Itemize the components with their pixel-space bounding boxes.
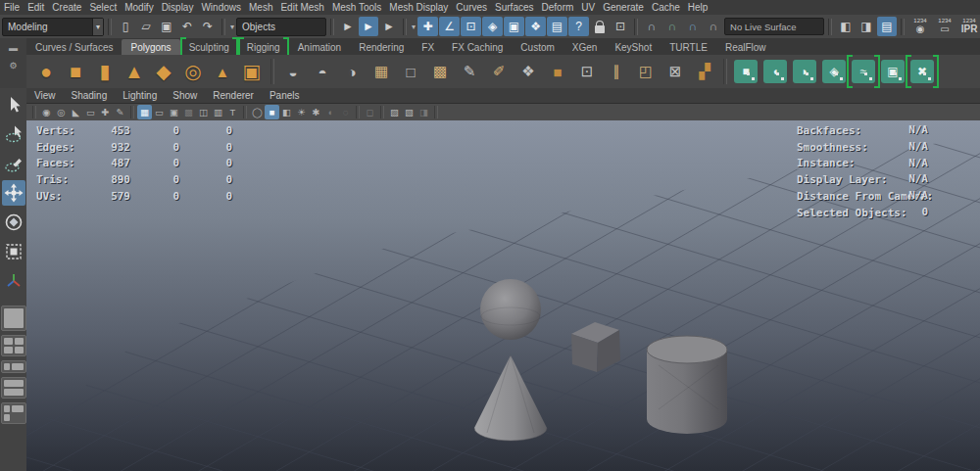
lattice-icon[interactable]: ⊠ bbox=[662, 57, 689, 86]
panel-menu-lighting[interactable]: Lighting bbox=[115, 90, 165, 101]
snap-to-grids-icon[interactable]: ✚ bbox=[417, 17, 438, 36]
exposure-icon[interactable]: ◨ bbox=[416, 105, 431, 119]
reduce-icon[interactable]: ▩ bbox=[426, 57, 454, 86]
shelf-tab-keyshot[interactable]: KeyShot bbox=[606, 39, 661, 55]
redo-icon[interactable]: ↷ bbox=[198, 17, 218, 36]
two-d-pan-zoom-icon[interactable]: ✚ bbox=[98, 105, 113, 119]
edit-cube-icon[interactable]: ■ bbox=[544, 57, 571, 86]
two-pane-side-layout[interactable] bbox=[1, 360, 26, 373]
help-icon[interactable]: ? bbox=[568, 17, 589, 36]
bookmark-icon[interactable]: ◣ bbox=[69, 105, 83, 119]
menu-file[interactable]: File bbox=[0, 2, 24, 13]
menu-set-selector[interactable]: Modeling ▾ bbox=[2, 18, 104, 36]
film-gate-icon[interactable]: ▭ bbox=[152, 105, 167, 119]
smooth-icon[interactable]: ▦ bbox=[368, 57, 395, 86]
menu-uv[interactable]: UV bbox=[577, 2, 599, 13]
poly-sphere-icon[interactable]: ● bbox=[32, 57, 60, 86]
separate-icon[interactable]: ◓ bbox=[309, 57, 336, 86]
menu-mesh-tools[interactable]: Mesh Tools bbox=[328, 2, 385, 13]
isolate-select-icon[interactable]: ◻ bbox=[363, 105, 377, 119]
select-hierarchy-icon[interactable]: ► bbox=[338, 17, 358, 36]
scene-sphere[interactable] bbox=[480, 279, 541, 340]
poly-pipe-icon[interactable]: ▣ bbox=[238, 57, 266, 86]
new-scene-icon[interactable]: ▯ bbox=[116, 17, 135, 36]
safe-title-icon[interactable]: T bbox=[225, 105, 240, 119]
shelf-tab-fx[interactable]: FX bbox=[413, 39, 443, 55]
menu-edit-mesh[interactable]: Edit Mesh bbox=[276, 2, 327, 13]
bridge-icon[interactable]: ∥ bbox=[603, 57, 630, 86]
live-surface-field[interactable]: No Live Surface bbox=[724, 18, 824, 35]
menu-curves[interactable]: Curves bbox=[452, 2, 491, 13]
grease-pencil-icon[interactable]: ✎ bbox=[113, 105, 127, 119]
chevron-down-icon[interactable]: ▾ bbox=[230, 23, 234, 31]
render-view-icon[interactable]: 1234◉ bbox=[908, 16, 932, 37]
quad-draw-icon[interactable]: ✐ bbox=[485, 57, 513, 86]
input-line-icon[interactable]: ▤ bbox=[547, 17, 567, 36]
select-objects-icon[interactable]: ► bbox=[359, 17, 378, 36]
resolution-gate-icon[interactable]: ▣ bbox=[167, 105, 181, 119]
shelf-menu-icon[interactable]: ▬ bbox=[9, 44, 18, 53]
menu-help[interactable]: Help bbox=[684, 2, 712, 13]
snap-to-curves-icon[interactable]: ∠ bbox=[439, 17, 460, 36]
textured-icon[interactable]: ◧ bbox=[279, 105, 294, 119]
xray-joints-icon[interactable]: ▧ bbox=[402, 105, 416, 119]
motion-blur-icon[interactable]: ◌ bbox=[338, 105, 353, 119]
symmetry-icon[interactable]: ❖ bbox=[525, 17, 546, 36]
menu-windows[interactable]: Windows bbox=[197, 2, 245, 13]
shelf-tab-rigging[interactable]: Rigging bbox=[238, 39, 289, 55]
menu-select[interactable]: Select bbox=[85, 2, 121, 13]
shelf-tab-realflow[interactable]: RealFlow bbox=[716, 39, 775, 55]
panel-menu-view[interactable]: View bbox=[26, 90, 64, 101]
viewport-canvas[interactable]: Verts:45300Edges:93200Faces:48700Tris:89… bbox=[26, 120, 980, 471]
mirror-icon[interactable]: ◑ bbox=[338, 57, 366, 86]
sculpt-tool-icon[interactable]: ■ bbox=[732, 57, 760, 86]
poly-cone-icon[interactable]: ▲ bbox=[121, 57, 148, 86]
menu-create[interactable]: Create bbox=[48, 2, 85, 13]
poly-plane-icon[interactable]: ◆ bbox=[150, 57, 177, 86]
xray-icon[interactable]: ▨ bbox=[387, 105, 402, 119]
make-live-icon[interactable]: ▣ bbox=[504, 17, 524, 36]
menu-cache[interactable]: Cache bbox=[648, 2, 684, 13]
undo-icon[interactable]: ↶ bbox=[177, 17, 197, 36]
lock-icon[interactable] bbox=[590, 17, 610, 36]
shelf-tab-rendering[interactable]: Rendering bbox=[350, 39, 413, 55]
ambient-occlusion-icon[interactable]: ◐ bbox=[323, 105, 338, 119]
menu-deform[interactable]: Deform bbox=[538, 2, 578, 13]
open-scene-icon[interactable]: ▱ bbox=[136, 17, 156, 36]
sculpt-stamp-icon[interactable]: ▣ bbox=[879, 57, 906, 86]
soft-select-icon[interactable]: ∩ bbox=[662, 17, 682, 36]
multi-cut-icon[interactable]: ✎ bbox=[456, 57, 483, 86]
shelf-tab-polygons[interactable]: Polygons bbox=[122, 39, 179, 55]
menu-surfaces[interactable]: Surfaces bbox=[491, 2, 537, 13]
scene-cylinder[interactable] bbox=[647, 336, 727, 434]
channel-box-toggle-icon[interactable]: ▤ bbox=[877, 17, 897, 36]
image-plane-icon[interactable]: ▭ bbox=[83, 105, 98, 119]
panel-menu-shading[interactable]: Shading bbox=[64, 90, 116, 101]
shelf-tab-xgen[interactable]: XGen bbox=[564, 39, 607, 55]
menu-mesh-display[interactable]: Mesh Display bbox=[385, 2, 452, 13]
menu-modify[interactable]: Modify bbox=[121, 2, 157, 13]
combine-icon[interactable]: ◒ bbox=[279, 57, 307, 86]
scale-tool[interactable] bbox=[2, 239, 25, 264]
target-weld-icon[interactable]: ⊡ bbox=[573, 57, 601, 86]
tool-axis-indicator[interactable] bbox=[2, 268, 25, 294]
scene-cube[interactable] bbox=[571, 322, 620, 372]
rotate-tool[interactable] bbox=[2, 210, 25, 235]
panel-menu-renderer[interactable]: Renderer bbox=[205, 90, 262, 101]
paint-select-tool[interactable] bbox=[2, 151, 25, 176]
magnet-off-icon[interactable]: ∩ bbox=[704, 17, 723, 36]
shelf-tab-fx-caching[interactable]: FX Caching bbox=[443, 39, 512, 55]
snap-to-points-icon[interactable]: ⊡ bbox=[461, 17, 481, 36]
subdiv-proxy-icon[interactable]: □ bbox=[397, 57, 424, 86]
four-pane-layout[interactable] bbox=[1, 335, 26, 356]
camera-attributes-icon[interactable]: ◎ bbox=[54, 105, 69, 119]
menu-display[interactable]: Display bbox=[158, 2, 198, 13]
outliner-persp-layout[interactable] bbox=[1, 402, 26, 424]
sculpt-relax-icon[interactable]: ◗ bbox=[791, 57, 818, 86]
shelf-tab-turtle[interactable]: TURTLE bbox=[661, 39, 716, 55]
render-current-frame-icon[interactable]: 1234▭ bbox=[933, 16, 956, 37]
sculpt-grab-icon[interactable]: ◈ bbox=[820, 57, 848, 86]
sculpt-wave-icon[interactable]: ≈ bbox=[850, 57, 877, 86]
grid-toggle-icon[interactable]: ▦ bbox=[137, 105, 152, 119]
menu-edit[interactable]: Edit bbox=[24, 2, 48, 13]
